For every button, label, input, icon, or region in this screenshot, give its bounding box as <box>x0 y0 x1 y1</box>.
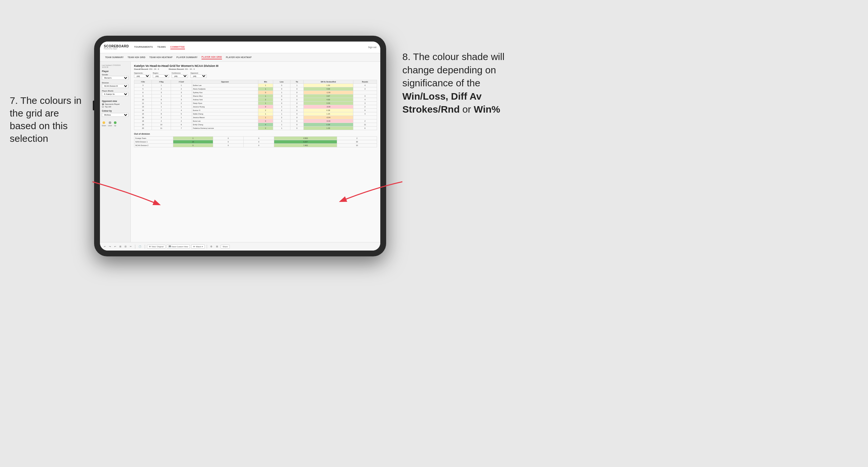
nav-teams[interactable]: TEAMS <box>157 45 166 49</box>
redo-btn[interactable]: ↪ <box>108 245 112 249</box>
sidebar: Last Updated: 27/03/2024 16:55:38 Player… <box>100 62 131 242</box>
col-loss: Loss <box>273 80 290 84</box>
cell-win: 2 <box>258 127 273 130</box>
col-tie: Tie <box>290 80 303 84</box>
cell-opponent: Euna Lee <box>192 119 258 123</box>
cell-reg: 3 <box>152 91 171 94</box>
cell-conf: 6 <box>171 123 192 127</box>
nav-committee[interactable]: COMMITTEE <box>170 45 185 49</box>
gender-select[interactable]: Women's <box>102 76 128 80</box>
cell-div: 11 <box>134 101 152 105</box>
overall-record-value: 353 - 34 - 6 <box>149 68 159 70</box>
share-btn[interactable]: Share <box>221 245 230 249</box>
cell-win: 0 <box>258 105 273 109</box>
cell-loss: 0 <box>273 98 290 101</box>
cell-opponent: Stella Cheng <box>192 112 258 116</box>
redo2-btn[interactable]: ↩ <box>113 245 118 249</box>
cell-tie: 0 <box>290 98 303 101</box>
table-row: 6 3 3 Sydney Kuo 0 1 0 -1.00 <box>134 91 377 94</box>
opponents-filter-select[interactable]: (All) <box>134 74 150 78</box>
save-icon: 💾 <box>169 245 171 248</box>
opponent-view-title: Opponent view <box>102 100 128 102</box>
conference-filter-select[interactable]: (All) <box>172 74 188 78</box>
opponent-filter-select[interactable]: (All) <box>190 74 207 78</box>
save-custom-btn[interactable]: 💾 Save Custom View <box>167 244 190 249</box>
cell-rounds: 11 <box>353 123 377 127</box>
cell-loss: 1 <box>273 105 290 109</box>
table-row: 18 2 2 Euna Lee 0 1 0 -5.00 2 <box>134 119 377 123</box>
cell-loss: 2 <box>273 109 290 112</box>
table-row: 20 11 7 Federica Domecq Lacroze 2 1 0 1.… <box>134 127 377 130</box>
ood-cell-tie: 0 <box>243 144 274 147</box>
settings-btn[interactable]: ⚙ <box>209 245 214 249</box>
copy-btn[interactable]: ⊞ <box>118 245 123 249</box>
cell-reg: 2 <box>152 119 171 123</box>
grid-btn[interactable]: ⊞ <box>215 245 219 249</box>
table-row: 5 2 2 Alexis Sudjianto 1 0 0 4.00 3 <box>134 87 377 91</box>
cell-win: 0 <box>258 119 273 123</box>
cell-win: 1 <box>258 101 273 105</box>
radio-top100[interactable]: Top 100 <box>102 106 128 108</box>
radio-dot-played <box>102 103 104 105</box>
opponent-filter: Opponent (All) <box>190 72 207 78</box>
cell-rounds: 4 <box>353 98 377 101</box>
view-original-btn[interactable]: 👁 View: Original <box>147 245 165 249</box>
cell-conf: 7 <box>171 127 192 130</box>
sub-nav-player-summary[interactable]: PLAYER SUMMARY <box>177 56 197 59</box>
region-filter-select[interactable]: (All) <box>153 74 169 78</box>
colour-legend: Down Level Up <box>102 121 128 127</box>
cell-div: 13 <box>134 105 152 109</box>
ood-cell-tie: 0 <box>243 136 274 140</box>
sub-nav-team-h2h-grid[interactable]: TEAM H2H GRID <box>127 56 145 59</box>
cell-win: 1 <box>258 87 273 91</box>
watch-btn[interactable]: 👁 Watch ▾ <box>191 244 205 249</box>
tablet-side-button <box>93 101 94 110</box>
cell-diff: 1.33 <box>303 127 353 130</box>
clock-btn[interactable]: 🕐 <box>137 245 143 249</box>
nav-sign-out[interactable]: Sign out <box>368 46 376 49</box>
cell-diff: 4.00 <box>303 87 353 91</box>
data-area: Katelyn Vo Head-to-Head Grid for Women's… <box>131 62 380 242</box>
sidebar-player-title: Player <box>102 70 128 72</box>
division-select[interactable]: NCAA Division III <box>102 84 128 88</box>
ood-cell-name: NAIA Division 1 <box>134 140 173 144</box>
logo-sub: Powered by clippd <box>104 48 129 50</box>
cell-win: 1 <box>258 94 273 98</box>
sub-nav-player-h2h-grid[interactable]: PLAYER H2H GRID <box>202 55 222 59</box>
radio-opponents-played[interactable]: Opponents Played <box>102 103 128 105</box>
sub-nav-team-summary[interactable]: TEAM SUMMARY <box>105 56 124 59</box>
sub-nav-team-h2h-heatmap[interactable]: TEAM H2H HEATMAP <box>149 56 173 59</box>
player-rank-select[interactable]: 8. Katelyn Vo <box>102 92 128 96</box>
table-row: 10 6 3 Andrea York 2 0 0 4.00 4 <box>134 98 377 101</box>
sub-nav-player-h2h-heatmap[interactable]: PLAYER H2H HEATMAP <box>226 56 251 59</box>
colour-by-select[interactable]: Win/loss <box>102 113 128 117</box>
cell-loss: 1 <box>273 112 290 116</box>
paste-btn[interactable]: ⊟ <box>123 245 128 249</box>
tablet-screen: SCOREBOARD Powered by clippd TOURNAMENTS… <box>100 41 380 251</box>
cell-diff: 4.00 <box>303 98 353 101</box>
cell-diff: 1.25 <box>303 112 353 116</box>
legend-level-dot <box>109 121 111 124</box>
cell-conf: 5 <box>171 112 192 116</box>
cell-diff: -1.00 <box>303 91 353 94</box>
ood-cell-tie: 0 <box>243 140 274 144</box>
nav-tournaments[interactable]: TOURNAMENTS <box>134 45 153 49</box>
cell-conf: 4 <box>171 109 192 112</box>
cell-loss: 1 <box>273 123 290 127</box>
cell-div: 16 <box>134 116 152 119</box>
cut-btn[interactable]: ✂ <box>128 245 133 249</box>
cell-win: 2 <box>258 109 273 112</box>
annotation-left: 7. The colours in the grid are based on … <box>10 94 88 145</box>
legend-level: Level <box>108 121 112 127</box>
undo-btn[interactable]: ↩ <box>102 245 107 249</box>
opponents-filter-label: Opponents: <box>134 72 150 74</box>
cell-diff: 3.67 <box>303 94 353 98</box>
top-nav: SCOREBOARD Powered by clippd TOURNAMENTS… <box>100 41 380 53</box>
division-record-label: Division Record: <box>169 68 184 70</box>
cell-opponent: Eunice Yi <box>192 109 258 112</box>
cell-diff: 0.38 <box>303 109 353 112</box>
tablet-device: SCOREBOARD Powered by clippd TOURNAMENTS… <box>94 36 386 256</box>
cell-rounds: 2 <box>353 119 377 123</box>
cell-opponent: Alexis Sudjianto <box>192 87 258 91</box>
table-row: 11 5 2 Heejo Hyun 1 0 0 3.33 3 <box>134 101 377 105</box>
